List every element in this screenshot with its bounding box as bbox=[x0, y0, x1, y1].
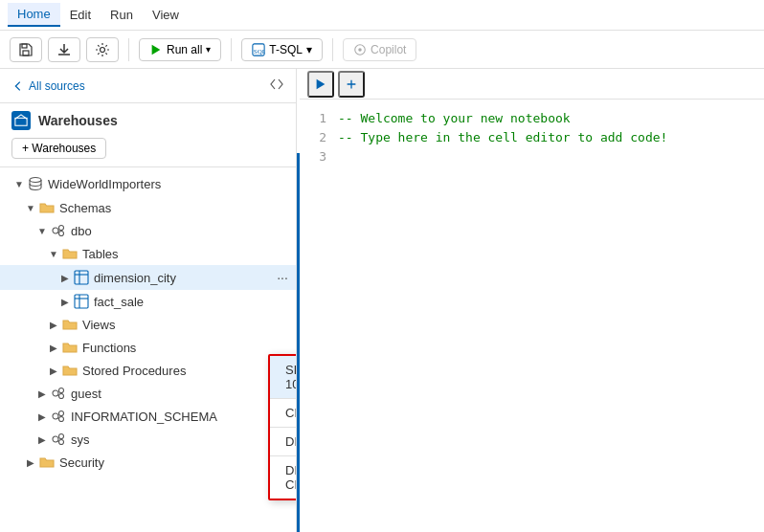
back-to-sources[interactable]: All sources bbox=[11, 79, 85, 93]
chevron-icon: ▼ bbox=[46, 246, 61, 261]
menu-bar: Home Edit Run View bbox=[0, 0, 764, 31]
code-editor[interactable]: 1 2 3 -- Welcome to your new notebook --… bbox=[300, 100, 764, 532]
tree-node-views[interactable]: ▶ Views bbox=[0, 313, 296, 336]
editor-area: 1 2 3 -- Welcome to your new notebook --… bbox=[297, 69, 764, 532]
chevron-icon: ▶ bbox=[34, 409, 50, 424]
tree-node-guest[interactable]: ▶ guest bbox=[0, 382, 296, 405]
toolbar-divider3 bbox=[332, 38, 333, 61]
context-menu-item-drop[interactable]: DROP bbox=[270, 428, 297, 455]
line-numbers: 1 2 3 bbox=[300, 109, 338, 522]
folder-icon bbox=[61, 316, 79, 333]
svg-point-26 bbox=[59, 434, 64, 439]
tree-node-schemas[interactable]: ▼ Schemas bbox=[0, 196, 296, 219]
node-label: Functions bbox=[82, 341, 296, 355]
schema-icon bbox=[50, 385, 67, 402]
sidebar-header: All sources bbox=[0, 69, 296, 103]
schema-icon bbox=[50, 431, 67, 448]
folder-icon bbox=[38, 454, 56, 471]
svg-point-20 bbox=[59, 388, 64, 393]
folder-icon bbox=[38, 199, 56, 216]
svg-point-23 bbox=[59, 411, 64, 416]
copilot-button[interactable]: Copilot bbox=[343, 38, 416, 61]
toolbar-divider2 bbox=[231, 38, 232, 61]
tree-node-fact-sale[interactable]: ▶ fact_sale bbox=[0, 290, 296, 313]
code-line-1: -- Welcome to your new notebook bbox=[338, 109, 764, 128]
svg-point-21 bbox=[59, 394, 64, 399]
settings-button[interactable] bbox=[86, 37, 119, 62]
sidebar-tree: ▼ WideWorldImporters ▼ Schemas ▼ bbox=[0, 167, 296, 532]
tree-node-tables[interactable]: ▼ Tables bbox=[0, 242, 296, 265]
node-label: guest bbox=[71, 387, 296, 401]
svg-point-22 bbox=[53, 413, 58, 419]
run-all-button[interactable]: Run all ▾ bbox=[139, 38, 221, 61]
sidebar-collapse-icon[interactable] bbox=[269, 77, 284, 95]
chevron-icon: ▶ bbox=[46, 317, 61, 332]
node-label: fact_sale bbox=[94, 295, 296, 309]
more-icon[interactable]: ··· bbox=[273, 268, 292, 287]
node-label: INFORMATION_SCHEMA bbox=[71, 410, 296, 424]
run-cell-button[interactable] bbox=[307, 71, 334, 98]
node-label: dimension_city bbox=[94, 271, 273, 285]
context-menu-item-select-top-100[interactable]: SELECT TOP 100 bbox=[270, 356, 297, 398]
add-cell-button[interactable] bbox=[338, 71, 365, 98]
svg-point-12 bbox=[59, 232, 64, 236]
chevron-icon: ▼ bbox=[34, 223, 50, 238]
warehouse-icon bbox=[11, 111, 31, 130]
svg-marker-28 bbox=[317, 78, 326, 89]
node-label: dbo bbox=[71, 224, 296, 238]
tree-node-security[interactable]: ▶ Security bbox=[0, 451, 296, 474]
tree-node-dbo[interactable]: ▼ dbo bbox=[0, 219, 296, 242]
svg-point-27 bbox=[59, 440, 64, 445]
menu-view[interactable]: View bbox=[143, 4, 189, 26]
chevron-icon: ▼ bbox=[23, 200, 38, 215]
svg-point-7 bbox=[358, 48, 362, 52]
tree-node-stored-procedures[interactable]: ▶ Stored Procedures bbox=[0, 359, 296, 382]
svg-point-2 bbox=[101, 47, 105, 52]
folder-icon bbox=[61, 339, 79, 356]
tree-node-wideworldimporters[interactable]: ▼ WideWorldImporters bbox=[0, 171, 296, 196]
vertical-indicator bbox=[297, 153, 300, 532]
node-label: Schemas bbox=[59, 201, 296, 215]
chevron-icon: ▶ bbox=[34, 432, 50, 447]
menu-run[interactable]: Run bbox=[101, 4, 143, 26]
context-menu-item-drop-and-create[interactable]: DROP and CREATE bbox=[270, 456, 297, 499]
node-label: Security bbox=[59, 455, 296, 470]
svg-point-10 bbox=[53, 228, 58, 233]
code-line-3 bbox=[338, 147, 764, 166]
svg-point-11 bbox=[59, 226, 64, 231]
context-menu-item-create[interactable]: CREATE ▶ bbox=[270, 399, 297, 427]
svg-marker-3 bbox=[152, 44, 161, 55]
tree-node-sys[interactable]: ▶ sys bbox=[0, 428, 296, 451]
svg-rect-1 bbox=[22, 44, 27, 48]
code-line-2: -- Type here in the cell editor to add c… bbox=[338, 128, 764, 147]
editor-toolbar bbox=[300, 69, 764, 100]
table-icon bbox=[73, 293, 90, 310]
chevron-icon: ▶ bbox=[57, 294, 73, 309]
chevron-icon: ▶ bbox=[46, 363, 61, 378]
svg-point-25 bbox=[53, 436, 58, 442]
table-icon bbox=[73, 269, 90, 286]
tree-node-information-schema[interactable]: ▶ INFORMATION_SCHEMA bbox=[0, 405, 296, 428]
import-button[interactable] bbox=[48, 37, 80, 62]
svg-rect-8 bbox=[15, 118, 27, 125]
svg-text:SQL: SQL bbox=[254, 47, 265, 55]
chevron-icon: ▼ bbox=[11, 176, 27, 191]
code-content[interactable]: -- Welcome to your new notebook -- Type … bbox=[338, 109, 764, 522]
schema-icon bbox=[50, 222, 67, 239]
svg-rect-0 bbox=[23, 51, 29, 55]
tsql-button[interactable]: SQL T-SQL ▾ bbox=[241, 38, 323, 61]
menu-home[interactable]: Home bbox=[8, 3, 60, 27]
warehouses-section: Warehouses + Warehouses bbox=[0, 103, 296, 167]
chevron-icon: ▶ bbox=[46, 340, 61, 355]
menu-edit[interactable]: Edit bbox=[60, 4, 101, 26]
context-menu: SELECT TOP 100 CREATE ▶ DROP DROP and CR… bbox=[268, 354, 297, 500]
save-button[interactable] bbox=[10, 37, 42, 62]
toolbar: Run all ▾ SQL T-SQL ▾ Copilot bbox=[0, 31, 764, 69]
tree-node-dimension-city[interactable]: ▶ dimension_city ··· bbox=[0, 265, 296, 290]
svg-rect-13 bbox=[75, 271, 88, 284]
tree-node-functions[interactable]: ▶ Functions bbox=[0, 336, 296, 359]
svg-point-19 bbox=[53, 390, 58, 396]
run-all-caret-icon: ▾ bbox=[206, 44, 211, 55]
svg-point-24 bbox=[59, 417, 64, 422]
add-warehouses-button[interactable]: + Warehouses bbox=[11, 138, 106, 159]
